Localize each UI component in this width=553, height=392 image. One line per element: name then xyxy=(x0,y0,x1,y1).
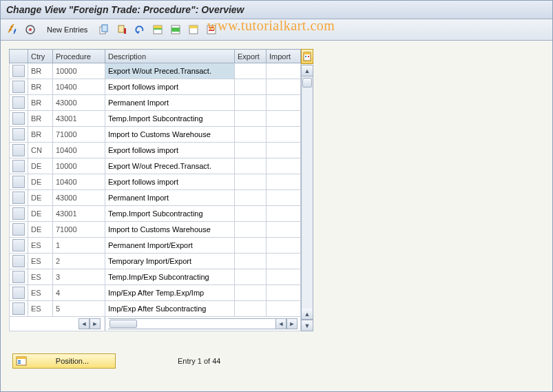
column-procedure[interactable]: Procedure xyxy=(53,50,105,63)
vscroll-up[interactable]: ▲ xyxy=(302,65,313,76)
cell-ctry[interactable]: DE xyxy=(28,158,53,174)
hscroll-thumb[interactable] xyxy=(109,320,137,328)
cell-procedure[interactable]: 71000 xyxy=(53,222,105,238)
cell-description[interactable]: Temp.Import Subcontracting xyxy=(105,206,235,222)
cell-description[interactable]: Imp/Exp After Subcontracting xyxy=(105,301,235,317)
row-selector[interactable] xyxy=(12,287,25,299)
column-selector[interactable] xyxy=(10,50,28,63)
copy-icon[interactable] xyxy=(96,22,112,37)
cell-export[interactable] xyxy=(235,174,267,190)
row-selector[interactable] xyxy=(12,144,25,156)
table-settings-button[interactable] xyxy=(301,49,313,64)
cell-export[interactable] xyxy=(235,158,267,174)
cell-description[interactable]: Export W/out Preced.Transact. xyxy=(105,158,235,174)
cell-ctry[interactable]: ES xyxy=(28,301,53,317)
column-description[interactable]: Description xyxy=(105,50,235,63)
cell-ctry[interactable]: ES xyxy=(28,285,53,301)
cell-ctry[interactable]: DE xyxy=(28,174,53,190)
delete-icon[interactable] xyxy=(114,22,129,37)
row-selector[interactable] xyxy=(12,65,25,77)
cell-description[interactable]: Export follows import xyxy=(105,174,235,190)
column-import[interactable]: Import xyxy=(267,50,301,63)
cell-import[interactable] xyxy=(267,269,301,285)
cell-ctry[interactable]: BR xyxy=(28,127,53,143)
cell-import[interactable] xyxy=(267,285,301,301)
cell-export[interactable] xyxy=(235,111,267,127)
vscroll-down[interactable]: ▼ xyxy=(302,320,313,331)
cell-export[interactable] xyxy=(235,143,267,158)
cell-ctry[interactable]: BR xyxy=(28,95,53,111)
row-selector[interactable] xyxy=(12,192,25,204)
cell-procedure[interactable]: 43001 xyxy=(53,206,105,222)
row-selector[interactable] xyxy=(12,302,25,315)
row-selector[interactable] xyxy=(12,271,25,283)
cell-ctry[interactable]: ES xyxy=(28,238,53,254)
cell-description[interactable]: Permanent Import/Export xyxy=(105,238,235,254)
cell-ctry[interactable]: DE xyxy=(28,190,53,206)
column-ctry[interactable]: Ctry xyxy=(28,50,53,63)
select-block-icon[interactable] xyxy=(168,22,183,37)
cell-import[interactable] xyxy=(267,158,301,174)
cell-description[interactable]: Permanent Import xyxy=(105,95,235,111)
cell-description[interactable]: Temp.Imp/Exp Subcontracting xyxy=(105,269,235,285)
cell-export[interactable] xyxy=(235,127,267,143)
cell-description[interactable]: Export follows import xyxy=(105,143,235,158)
row-selector[interactable] xyxy=(12,160,25,172)
cell-import[interactable] xyxy=(267,254,301,269)
position-button[interactable]: Position... xyxy=(12,353,116,369)
cell-import[interactable] xyxy=(267,301,301,317)
toggle-display-change-icon[interactable] xyxy=(5,22,20,37)
cell-ctry[interactable]: DE xyxy=(28,222,53,238)
cell-procedure[interactable]: 43000 xyxy=(53,190,105,206)
cell-export[interactable] xyxy=(235,190,267,206)
cell-import[interactable] xyxy=(267,206,301,222)
cell-procedure[interactable]: 43000 xyxy=(53,95,105,111)
cell-procedure[interactable]: 10000 xyxy=(53,63,105,79)
column-export[interactable]: Export xyxy=(235,50,267,63)
deselect-all-icon[interactable] xyxy=(186,22,201,37)
cell-ctry[interactable]: ES xyxy=(28,269,53,285)
select-all-icon[interactable] xyxy=(150,22,165,37)
cell-description[interactable]: Temp.Import Subcontracting xyxy=(105,111,235,127)
hscroll-left-1[interactable]: ◄ xyxy=(79,318,90,329)
cell-export[interactable] xyxy=(235,285,267,301)
vscroll-thumb[interactable] xyxy=(302,78,312,87)
new-entries-button[interactable]: New Entries xyxy=(41,23,94,37)
cell-description[interactable]: Imp/Exp After Temp.Exp/Imp xyxy=(105,285,235,301)
cell-ctry[interactable]: BR xyxy=(28,63,53,79)
cell-import[interactable] xyxy=(267,238,301,254)
vscroll-track[interactable] xyxy=(302,76,313,309)
hscroll-right-2[interactable]: ► xyxy=(286,318,298,329)
cell-export[interactable] xyxy=(235,206,267,222)
cell-export[interactable] xyxy=(235,222,267,238)
row-selector[interactable] xyxy=(12,128,25,141)
cell-import[interactable] xyxy=(267,174,301,190)
hscroll-right-1[interactable]: ► xyxy=(90,318,101,329)
cell-ctry[interactable]: BR xyxy=(28,79,53,95)
cell-description[interactable]: Import to Customs Warehouse xyxy=(105,127,235,143)
cell-procedure[interactable]: 10400 xyxy=(53,174,105,190)
cell-procedure[interactable]: 5 xyxy=(53,301,105,317)
cell-import[interactable] xyxy=(267,143,301,158)
cell-description[interactable]: Permanent Import xyxy=(105,190,235,206)
cell-procedure[interactable]: 2 xyxy=(53,254,105,269)
cell-description[interactable]: Import to Customs Warehouse xyxy=(105,222,235,238)
cell-procedure[interactable]: 1 xyxy=(53,238,105,254)
hscroll-track[interactable] xyxy=(108,318,275,329)
cell-export[interactable] xyxy=(235,254,267,269)
cell-procedure[interactable]: 10400 xyxy=(53,79,105,95)
cell-description[interactable]: Export follows import xyxy=(105,79,235,95)
cell-procedure[interactable]: 3 xyxy=(53,269,105,285)
print-icon[interactable] xyxy=(204,22,219,37)
cell-import[interactable] xyxy=(267,95,301,111)
cell-export[interactable] xyxy=(235,63,267,79)
cell-export[interactable] xyxy=(235,95,267,111)
cell-ctry[interactable]: BR xyxy=(28,111,53,127)
cell-export[interactable] xyxy=(235,301,267,317)
cell-import[interactable] xyxy=(267,111,301,127)
cell-ctry[interactable]: CN xyxy=(28,143,53,158)
undo-icon[interactable] xyxy=(132,22,147,37)
cell-description[interactable]: Temporary Import/Export xyxy=(105,254,235,269)
cell-import[interactable] xyxy=(267,222,301,238)
cell-procedure[interactable]: 71000 xyxy=(53,127,105,143)
